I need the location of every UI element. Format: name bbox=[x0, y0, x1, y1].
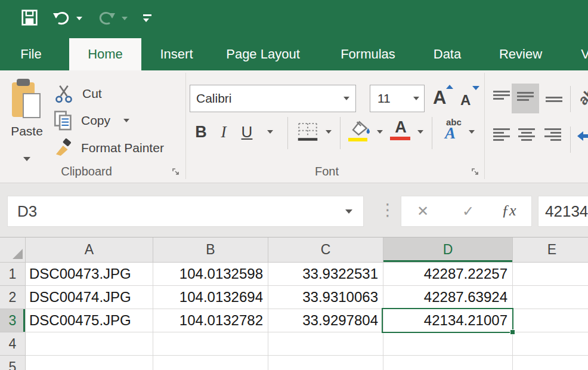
paste-dropdown-icon[interactable] bbox=[23, 157, 30, 161]
formula-bar-separator[interactable]: ⋮ bbox=[379, 195, 396, 225]
borders-button[interactable] bbox=[297, 122, 318, 142]
undo-dropdown-icon[interactable] bbox=[76, 17, 82, 20]
tab-review[interactable]: Review bbox=[488, 38, 553, 70]
italic-label: I bbox=[221, 123, 227, 141]
insert-function-button[interactable]: ƒx bbox=[502, 196, 516, 225]
italic-button[interactable]: I bbox=[216, 118, 231, 146]
cancel-button[interactable]: ✕ bbox=[417, 196, 429, 226]
excel-window: File Home Insert Page Layout Formulas Da… bbox=[0, 0, 588, 370]
decrease-indent-button[interactable] bbox=[577, 130, 588, 142]
cell-d3[interactable]: 42134.21007 bbox=[383, 309, 513, 332]
phonetic-button[interactable]: abc A bbox=[441, 117, 465, 148]
align-center-button[interactable] bbox=[518, 128, 536, 142]
shrink-font-button[interactable]: A bbox=[458, 84, 482, 112]
top-align-icon bbox=[493, 90, 510, 105]
save-icon bbox=[21, 10, 38, 26]
cell-a3[interactable]: DSC00475.JPG bbox=[26, 309, 153, 332]
row-header-1[interactable]: 1 bbox=[0, 263, 26, 286]
tab-home[interactable]: Home bbox=[69, 38, 141, 70]
underline-dropdown-icon[interactable] bbox=[267, 130, 273, 134]
cell-b4[interactable] bbox=[153, 332, 268, 356]
cell-a4[interactable] bbox=[26, 332, 153, 356]
font-size-dropdown-icon[interactable] bbox=[413, 97, 419, 100]
cell-d5[interactable] bbox=[383, 356, 513, 370]
copy-button[interactable]: Copy bbox=[54, 110, 129, 131]
enter-button[interactable]: ✓ bbox=[462, 196, 474, 226]
font-dialog-launcher[interactable] bbox=[471, 168, 480, 177]
row-header-3[interactable]: 3 bbox=[0, 309, 26, 332]
column-header-c[interactable]: C bbox=[268, 238, 383, 263]
cell-d1[interactable]: 42287.22257 bbox=[383, 263, 513, 286]
formula-input[interactable]: 42134.21007 bbox=[538, 196, 588, 227]
redo-icon bbox=[98, 11, 116, 26]
cut-button[interactable]: Cut bbox=[54, 84, 102, 104]
copy-dropdown-icon[interactable] bbox=[123, 119, 129, 122]
cell-c5[interactable] bbox=[268, 356, 383, 370]
cell-e2[interactable] bbox=[513, 286, 588, 309]
redo-button[interactable] bbox=[98, 11, 116, 26]
cell-e4[interactable] bbox=[513, 332, 588, 356]
underline-button[interactable]: U bbox=[237, 118, 256, 146]
table-row: 2 DSC00474.JPG 104.0132694 33.9310063 42… bbox=[0, 286, 588, 309]
middle-align-button[interactable] bbox=[512, 84, 539, 113]
tab-page-layout[interactable]: Page Layout bbox=[219, 38, 307, 70]
tab-file[interactable]: File bbox=[12, 38, 50, 70]
cell-e5[interactable] bbox=[513, 356, 588, 370]
cell-c2[interactable]: 33.9310063 bbox=[268, 286, 383, 309]
cell-a5[interactable] bbox=[26, 356, 153, 370]
name-box[interactable]: D3 bbox=[7, 196, 364, 227]
font-name-select[interactable]: Calibri bbox=[190, 85, 356, 112]
column-header-d[interactable]: D bbox=[383, 238, 513, 263]
row-header-5[interactable]: 5 bbox=[0, 356, 26, 370]
customize-quick-access-button[interactable] bbox=[143, 14, 151, 22]
tab-data[interactable]: Data bbox=[425, 38, 470, 70]
top-align-button[interactable] bbox=[493, 90, 510, 105]
cell-c3[interactable]: 33.9297804 bbox=[268, 309, 383, 332]
row-header-2[interactable]: 2 bbox=[0, 286, 26, 309]
cell-d2[interactable]: 42287.63924 bbox=[383, 286, 513, 309]
align-right-button[interactable] bbox=[544, 128, 562, 142]
name-box-dropdown-icon[interactable] bbox=[345, 209, 352, 214]
borders-dropdown-icon[interactable] bbox=[326, 130, 332, 134]
cell-b3[interactable]: 104.0132782 bbox=[153, 309, 268, 332]
select-all-button[interactable] bbox=[0, 238, 26, 263]
font-color-button[interactable]: A bbox=[390, 118, 411, 140]
row-header-4[interactable]: 4 bbox=[0, 332, 26, 356]
phonetic-dropdown-icon[interactable] bbox=[469, 130, 475, 134]
cell-b2[interactable]: 104.0132694 bbox=[153, 286, 268, 309]
column-header-a[interactable]: A bbox=[26, 238, 153, 263]
save-button[interactable] bbox=[21, 10, 38, 26]
align-left-button[interactable] bbox=[493, 128, 510, 142]
fill-color-dropdown-icon[interactable] bbox=[377, 130, 383, 134]
tab-insert[interactable]: Insert bbox=[151, 38, 202, 70]
font-name-dropdown-icon[interactable] bbox=[343, 97, 349, 100]
cell-c4[interactable] bbox=[268, 332, 383, 356]
cell-d4[interactable] bbox=[383, 332, 513, 356]
font-color-dropdown-icon[interactable] bbox=[417, 130, 423, 134]
tab-formulas[interactable]: Formulas bbox=[330, 38, 406, 70]
fill-handle[interactable] bbox=[510, 329, 515, 335]
orientation-button[interactable]: ab bbox=[578, 88, 588, 112]
tab-view[interactable]: View bbox=[571, 38, 588, 70]
cell-e3[interactable] bbox=[513, 309, 588, 332]
bold-button[interactable]: B bbox=[192, 118, 210, 146]
cell-b5[interactable] bbox=[153, 356, 268, 370]
column-header-e[interactable]: E bbox=[513, 238, 588, 263]
cell-b1[interactable]: 104.0132598 bbox=[153, 263, 268, 286]
cell-c1[interactable]: 33.9322531 bbox=[268, 263, 383, 286]
grow-font-button[interactable]: A bbox=[431, 84, 456, 112]
cell-a1[interactable]: DSC00473.JPG bbox=[26, 263, 153, 286]
font-size-select[interactable]: 11 bbox=[370, 85, 425, 112]
cell-e1[interactable] bbox=[513, 263, 588, 286]
format-painter-button[interactable]: Format Painter bbox=[54, 137, 164, 159]
chevron-down-icon bbox=[143, 18, 149, 22]
fill-color-button[interactable] bbox=[348, 119, 372, 141]
shrink-font-letter: A bbox=[460, 92, 471, 109]
undo-button[interactable] bbox=[52, 11, 70, 26]
bottom-align-button[interactable] bbox=[545, 92, 563, 107]
paste-button[interactable]: Paste bbox=[5, 75, 49, 166]
column-header-b[interactable]: B bbox=[153, 238, 268, 263]
cell-a2[interactable]: DSC00474.JPG bbox=[26, 286, 153, 309]
redo-dropdown-icon[interactable] bbox=[122, 17, 128, 20]
clipboard-dialog-launcher[interactable] bbox=[172, 168, 181, 177]
